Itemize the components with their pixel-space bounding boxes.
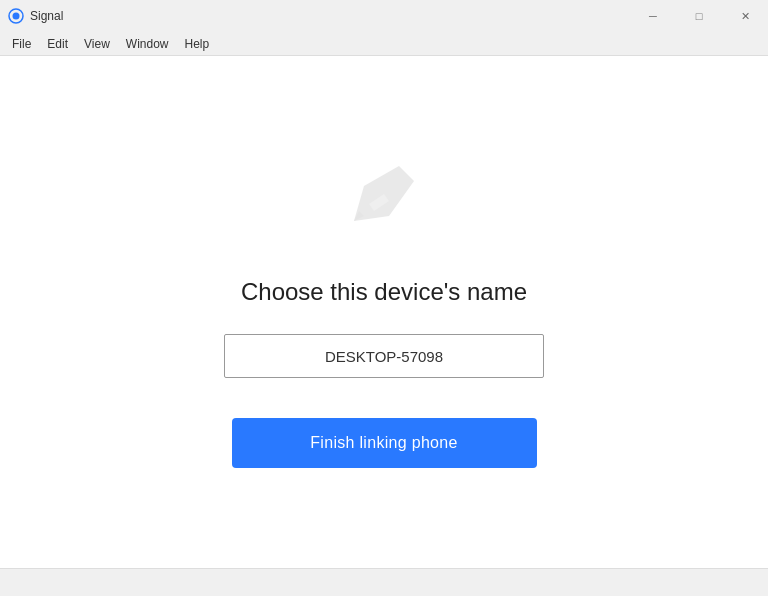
menu-edit[interactable]: Edit xyxy=(39,35,76,53)
maximize-button[interactable]: □ xyxy=(676,0,722,32)
menu-help[interactable]: Help xyxy=(177,35,218,53)
page-heading: Choose this device's name xyxy=(241,278,527,306)
app-window: Signal ─ □ ✕ File Edit View Window Help xyxy=(0,0,768,596)
close-button[interactable]: ✕ xyxy=(722,0,768,32)
bottom-bar xyxy=(0,568,768,596)
svg-marker-2 xyxy=(354,166,414,221)
menu-window[interactable]: Window xyxy=(118,35,177,53)
main-content: Choose this device's name Finish linking… xyxy=(0,56,768,568)
title-bar-left: Signal xyxy=(8,8,63,24)
menu-bar: File Edit View Window Help xyxy=(0,32,768,56)
menu-view[interactable]: View xyxy=(76,35,118,53)
signal-logo-icon xyxy=(8,8,24,24)
title-bar-controls: ─ □ ✕ xyxy=(630,0,768,32)
finish-linking-button[interactable]: Finish linking phone xyxy=(232,418,537,468)
title-bar: Signal ─ □ ✕ xyxy=(0,0,768,32)
pencil-icon xyxy=(339,156,429,246)
pencil-icon-container xyxy=(339,156,429,250)
svg-point-1 xyxy=(13,13,20,20)
minimize-button[interactable]: ─ xyxy=(630,0,676,32)
title-bar-title: Signal xyxy=(30,9,63,23)
menu-file[interactable]: File xyxy=(4,35,39,53)
device-name-input[interactable] xyxy=(224,334,544,378)
